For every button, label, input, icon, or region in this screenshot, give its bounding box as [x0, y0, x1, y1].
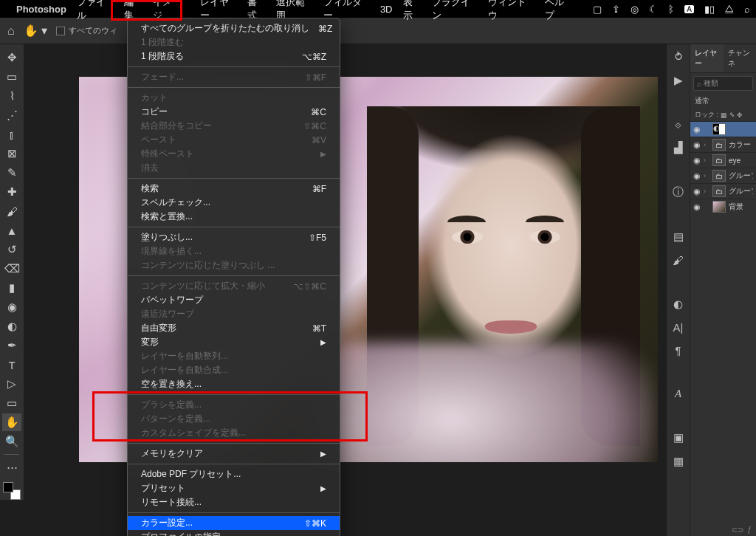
histogram-panel-icon[interactable]: ▟ [674, 141, 683, 154]
stamp-tool-icon[interactable]: ▲ [2, 221, 21, 239]
edit-menu-dropdown: すべてのグループを折りたたむの取り消し⌘Z1 段階進む1 段階戻る⌥⌘Zフェード… [127, 18, 340, 536]
ime-icon[interactable]: A [684, 5, 694, 13]
menu-3d[interactable]: 3D [380, 4, 393, 15]
shape-tool-icon[interactable]: ▭ [2, 394, 21, 412]
swatches-panel-icon[interactable]: ▦ [673, 455, 684, 468]
blend-mode[interactable]: 通常 [690, 94, 756, 109]
app-name[interactable]: Photoshop [16, 4, 66, 15]
hand-tool-icon[interactable]: ✋ [2, 413, 21, 431]
visibility-icon[interactable]: ◉ [693, 156, 701, 165]
wand-tool-icon[interactable]: ⋰ [2, 106, 21, 124]
menuitem--[interactable]: 自由変形⌘T [128, 321, 340, 335]
menuitem--[interactable]: 変形▶ [128, 335, 340, 349]
menuitem--: 消去 [128, 161, 340, 175]
lasso-tool-icon[interactable]: ⌇ [2, 87, 21, 105]
menuitem--: ブラシを定義... [128, 398, 340, 412]
crop-tool-icon[interactable]: ⫿ [2, 126, 21, 143]
libraries-panel-icon[interactable]: ▣ [673, 431, 684, 444]
battery-icon[interactable]: ▮▯ [704, 4, 715, 15]
menuitem--[interactable]: プロファイルの指定... [128, 530, 340, 536]
menuitem--: フェード...⇧⌘F [128, 70, 340, 84]
color-panel-icon[interactable]: ◐ [673, 298, 683, 311]
menu-plugin[interactable]: プラグイン [432, 0, 478, 22]
pen-tool-icon[interactable]: ✒ [2, 337, 21, 354]
blur-tool-icon[interactable]: ◉ [2, 298, 21, 316]
menuitem-adobe-pdf-[interactable]: Adobe PDF プリセット... [128, 467, 340, 481]
eraser-tool-icon[interactable]: ⌫ [2, 260, 21, 278]
zoom-tool-icon[interactable]: 🔍 [2, 433, 21, 450]
hand-tool-icon[interactable]: ✋ ▾ [24, 24, 47, 38]
menuitem--[interactable]: 検索⌘F [128, 182, 340, 196]
eyedropper-tool-icon[interactable]: ✎ [2, 164, 21, 182]
actions-panel-icon[interactable]: ▶ [674, 74, 683, 87]
visibility-icon[interactable]: ◉ [693, 187, 701, 196]
menuitem--[interactable]: 検索と置換... [128, 210, 340, 224]
layer-row[interactable]: ◉›🗀グループ [690, 183, 756, 199]
menuitem--[interactable]: コピー⌘C [128, 105, 340, 119]
frame-tool-icon[interactable]: ⊠ [2, 145, 21, 162]
visibility-icon[interactable]: ◉ [693, 171, 701, 181]
layer-filter[interactable]: ⌕ 種類 [693, 76, 753, 91]
menuitem--[interactable]: カラー設定...⇧⌘K [128, 516, 340, 530]
brushes-panel-icon[interactable]: 🖌 [673, 254, 684, 267]
lock-row[interactable]: ロック : ▦ ✎ ✥ [690, 109, 756, 121]
share-icon[interactable]: ⇪ [612, 4, 620, 15]
dodge-tool-icon[interactable]: ◐ [2, 317, 21, 335]
layer-row[interactable]: ◉›🗀eye [690, 152, 756, 168]
menu-view[interactable]: 表示 [403, 0, 422, 22]
visibility-icon[interactable]: ◉ [693, 140, 701, 150]
spotlight-icon[interactable]: ◎ [630, 4, 639, 15]
menu-window[interactable]: ウィンドウ [488, 0, 535, 22]
menuitem--[interactable]: 塗りつぶし...⇧F5 [128, 230, 340, 244]
bluetooth-icon[interactable]: ᛒ [668, 4, 674, 15]
type-tool-icon[interactable]: T [2, 356, 21, 374]
menuitem--[interactable]: 空を置き換え... [128, 377, 340, 391]
info-panel-icon[interactable]: ⓘ [673, 185, 684, 199]
menuitem--: レイヤーを自動整列... [128, 349, 340, 363]
scroll-all-checkbox[interactable]: すべてのウィ [56, 25, 117, 36]
paragraph-panel-icon[interactable]: ¶ [675, 344, 681, 357]
menuitem--[interactable]: すべてのグループを折りたたむの取り消し⌘Z [128, 21, 340, 35]
tab-layers[interactable]: レイヤー [690, 44, 724, 72]
layers-footer: ⊂⊃ ƒ [690, 523, 756, 536]
menu-file[interactable]: ファイル [77, 0, 114, 22]
wifi-icon[interactable]: ⧋ [725, 3, 734, 15]
visibility-icon[interactable]: ◉ [693, 125, 701, 134]
layer-row[interactable]: ◉◐ [690, 121, 756, 137]
move-tool-icon[interactable]: ✥ [2, 49, 21, 66]
tools-panel: ✥ ▭ ⌇ ⋰ ⫿ ⊠ ✎ ✚ 🖌 ▲ ↺ ⌫ ▮ ◉ ◐ ✒ T ▷ ▭ ✋ … [0, 44, 24, 500]
brush-tool-icon[interactable]: 🖌 [2, 202, 21, 220]
home-icon[interactable]: ⌂ [7, 24, 15, 38]
heal-tool-icon[interactable]: ✚ [2, 183, 21, 201]
menuitem--[interactable]: リモート接続... [128, 495, 340, 509]
gradient-tool-icon[interactable]: ▮ [2, 279, 21, 297]
layer-row[interactable]: ◉›🗀グループ [690, 168, 756, 183]
layer-row[interactable]: ◉›🗀カラー [690, 137, 756, 152]
path-tool-icon[interactable]: ▷ [2, 375, 21, 393]
character-panel-icon[interactable]: A| [673, 321, 684, 334]
menuitem-1-[interactable]: 1 段階戻る⌥⌘Z [128, 49, 340, 63]
visibility-icon[interactable]: ◉ [693, 202, 701, 212]
menuitem--[interactable]: スペルチェック... [128, 196, 340, 210]
properties-panel-icon[interactable]: ▤ [673, 230, 684, 244]
tab-channels[interactable]: チャンネ [724, 44, 757, 72]
glyphs-panel-icon[interactable]: A [675, 388, 681, 400]
marquee-tool-icon[interactable]: ▭ [2, 68, 21, 86]
history-brush-icon[interactable]: ↺ [2, 241, 21, 258]
dnd-icon[interactable]: ☾ [649, 4, 658, 15]
menuitem--: 境界線を描く... [128, 244, 340, 258]
menuitem--: 遠近法ワープ [128, 307, 340, 321]
menuitem-1-: 1 段階進む [128, 35, 340, 49]
menuitem--[interactable]: パペットワープ [128, 293, 340, 307]
color-swatches[interactable] [3, 482, 21, 500]
history-panel-icon[interactable]: ⥁ [675, 50, 682, 63]
menuitem--[interactable]: プリセット▶ [128, 481, 340, 495]
edit-toolbar-icon[interactable]: ⋯ [2, 458, 21, 476]
menu-help[interactable]: ヘルプ [545, 0, 573, 22]
adjustments-panel-icon[interactable]: ⟐ [675, 118, 681, 131]
search-icon[interactable]: ⌕ [744, 4, 750, 15]
menuitem--[interactable]: メモリをクリア▶ [128, 447, 340, 461]
menuitem--: コンテンツに応じた塗りつぶし ... [128, 258, 340, 272]
display-icon[interactable]: ▢ [593, 4, 602, 15]
layer-row[interactable]: ◉背景 [690, 199, 756, 214]
